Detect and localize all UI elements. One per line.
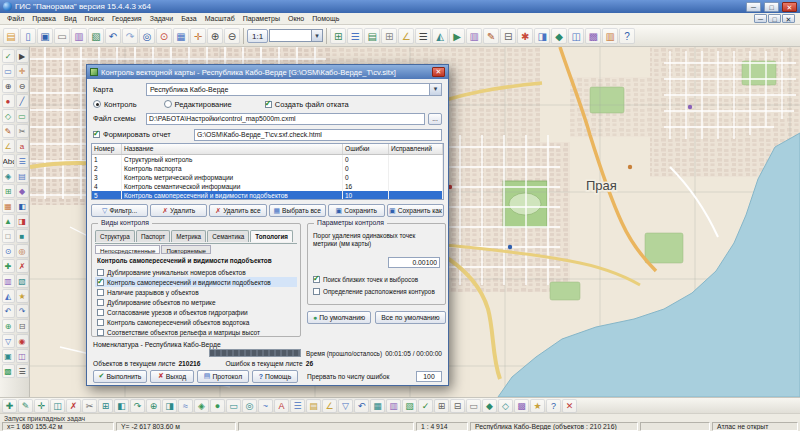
- accept-tool-icon[interactable]: ✓: [2, 49, 15, 63]
- select-set-icon[interactable]: ▦: [370, 399, 385, 413]
- check-item-checkbox[interactable]: [97, 269, 104, 276]
- menu-view[interactable]: Вид: [60, 13, 81, 24]
- text-a-tool-icon[interactable]: a: [16, 139, 29, 153]
- raster-icon[interactable]: ▩: [585, 28, 601, 44]
- check-item[interactable]: Дублирование объектов по метрике: [95, 297, 297, 307]
- check-item-checkbox[interactable]: [97, 299, 104, 306]
- smooth-object-icon[interactable]: ≈: [178, 399, 193, 413]
- atlas-icon[interactable]: ▥: [71, 28, 87, 44]
- new-map-icon[interactable]: ▯: [20, 28, 36, 44]
- col-fixed[interactable]: Исправлений: [389, 144, 443, 154]
- edit-object-icon[interactable]: ✎: [18, 399, 33, 413]
- left-tool-29-icon[interactable]: ✚: [2, 259, 15, 273]
- threshold-input[interactable]: [388, 257, 440, 268]
- scale-combo[interactable]: ▾: [269, 29, 323, 42]
- table-row[interactable]: 4Контроль семантической информации 16: [92, 182, 443, 191]
- zoom-in-icon[interactable]: ⊕: [207, 28, 223, 44]
- browse-button[interactable]: ...: [428, 113, 442, 125]
- tab-semantic[interactable]: Семантика: [207, 230, 249, 242]
- zoom-out-icon[interactable]: ⊖: [224, 28, 240, 44]
- close-button[interactable]: ✕: [782, 2, 797, 12]
- check-item-checkbox[interactable]: [97, 279, 104, 286]
- undo-edit-icon[interactable]: ↶: [354, 399, 369, 413]
- chevron-down-icon[interactable]: ▾: [429, 84, 441, 95]
- grid-icon[interactable]: ⊞: [381, 28, 397, 44]
- run-application-icon[interactable]: ◆: [551, 28, 567, 44]
- pan-icon[interactable]: ✛: [190, 28, 206, 44]
- calculations-icon[interactable]: ⊟: [500, 28, 516, 44]
- move-object-icon[interactable]: ✛: [34, 399, 49, 413]
- cut-object-icon[interactable]: ✂: [82, 399, 97, 413]
- run-button[interactable]: ✔Выполнить: [93, 370, 147, 383]
- menu-window[interactable]: Окно: [284, 13, 308, 24]
- circle-tool-icon[interactable]: ◎: [242, 399, 257, 413]
- left-tool-39-icon[interactable]: ▽: [2, 334, 15, 348]
- semantic-editor-icon[interactable]: ☰: [290, 399, 305, 413]
- report-file-field[interactable]: G:\OSM\Кабо-Верде_T\cv.sxf.check.html: [194, 129, 442, 141]
- save-button[interactable]: ▣Сохранить: [328, 204, 385, 217]
- check-errors-icon[interactable]: ✓: [418, 399, 433, 413]
- left-tool-28-icon[interactable]: ◎: [16, 244, 29, 258]
- left-tool-24-icon[interactable]: ◨: [16, 214, 29, 228]
- subtab-direct[interactable]: Непосредственные: [95, 245, 160, 254]
- exit-button[interactable]: ✘Выход: [150, 370, 194, 383]
- save-as-button[interactable]: ▣Сохранить как: [387, 204, 444, 217]
- left-tool-31-icon[interactable]: ▥: [2, 274, 15, 288]
- redo-icon[interactable]: ↷: [122, 28, 138, 44]
- tab-topology[interactable]: Топология: [250, 230, 293, 242]
- object-filter-icon[interactable]: ▽: [338, 399, 353, 413]
- mdi-close-button[interactable]: ✕: [782, 14, 795, 23]
- menu-edit[interactable]: Правка: [28, 13, 60, 24]
- check-item[interactable]: Наличие разрывов у объектов: [95, 287, 297, 297]
- select-frame-tool-icon[interactable]: ▭: [2, 64, 15, 78]
- print-map-icon[interactable]: ▭: [466, 399, 481, 413]
- menu-file[interactable]: Файл: [3, 13, 28, 24]
- edit-point-tool-icon[interactable]: ✎: [2, 124, 15, 138]
- macro-tool-icon[interactable]: ◆: [482, 399, 497, 413]
- scale-1-1-button[interactable]: 1:1: [247, 29, 268, 43]
- left-tool-26-icon[interactable]: ■: [16, 229, 29, 243]
- object-list-icon[interactable]: ☰: [415, 28, 431, 44]
- menu-scale[interactable]: Масштаб: [201, 13, 239, 24]
- select-area-icon[interactable]: ▦: [173, 28, 189, 44]
- copy-object-icon[interactable]: ◫: [50, 399, 65, 413]
- left-tool-43-icon[interactable]: ▩: [2, 364, 15, 378]
- left-tool-18-icon[interactable]: ▤: [16, 169, 29, 183]
- delete-button[interactable]: ✗Удалить: [150, 204, 207, 217]
- left-tool-17-icon[interactable]: ◈: [2, 169, 15, 183]
- all-default-button[interactable]: Все по умолчанию: [375, 311, 446, 324]
- export-tool-icon[interactable]: ⊟: [450, 399, 465, 413]
- rotate-object-icon[interactable]: ↷: [130, 399, 145, 413]
- check-item-checkbox[interactable]: [97, 319, 104, 326]
- minimize-button[interactable]: ─: [746, 2, 761, 12]
- check-item-checkbox[interactable]: [97, 309, 104, 316]
- col-errors[interactable]: Ошибки: [343, 144, 389, 154]
- layers-icon[interactable]: ☰: [347, 28, 363, 44]
- check-item[interactable]: Дублирование уникальных номеров объектов: [95, 267, 297, 277]
- check-item[interactable]: Согласование урезов и объектов гидрограф…: [95, 307, 297, 317]
- left-tool-30-icon[interactable]: ✗: [16, 259, 29, 273]
- left-tool-44-icon[interactable]: ☰: [16, 364, 29, 378]
- left-tool-21-icon[interactable]: ▦: [2, 199, 15, 213]
- text-tool-icon[interactable]: A: [274, 399, 289, 413]
- attributes-icon[interactable]: ▥: [386, 399, 401, 413]
- left-tool-33-icon[interactable]: ◭: [2, 289, 15, 303]
- left-tool-23-icon[interactable]: ▲: [2, 214, 15, 228]
- delete-all-button[interactable]: ✗Удалить все: [209, 204, 266, 217]
- table-row[interactable]: 3Контроль метрической информации 0: [92, 173, 443, 182]
- topology-tool-icon[interactable]: ◈: [194, 399, 209, 413]
- search-icon[interactable]: ◎: [139, 28, 155, 44]
- undo-icon[interactable]: ↶: [105, 28, 121, 44]
- dialog-close-button[interactable]: ✕: [432, 67, 445, 77]
- grid-tool-icon[interactable]: ⊞: [434, 399, 449, 413]
- menu-tasks[interactable]: Задачи: [146, 13, 178, 24]
- layers-edit-icon[interactable]: ▧: [402, 399, 417, 413]
- create-polygon-tool-icon[interactable]: ◇: [2, 109, 15, 123]
- left-tool-19-icon[interactable]: ⊞: [2, 184, 15, 198]
- save-map-icon[interactable]: ▣: [37, 28, 53, 44]
- near-points-row[interactable]: Поиск близких точек и выбросов: [313, 274, 442, 284]
- contours-checkbox[interactable]: [313, 288, 320, 295]
- window-map-icon[interactable]: ◫: [568, 28, 584, 44]
- spline-tool-icon[interactable]: ~: [258, 399, 273, 413]
- check-item-checkbox[interactable]: [97, 329, 104, 336]
